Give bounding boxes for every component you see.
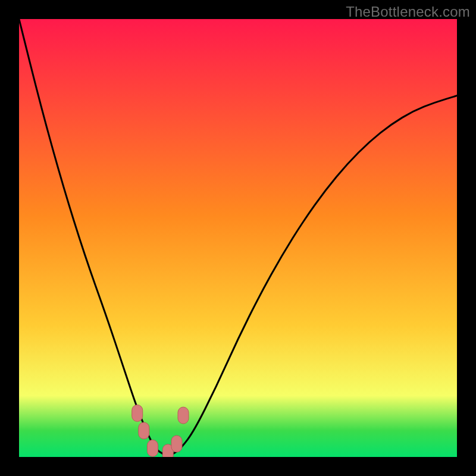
plot-area — [19, 19, 457, 457]
frame: TheBottleneck.com — [0, 0, 476, 476]
marker-left-shoulder-mid — [139, 422, 149, 439]
marker-left-shoulder-top — [132, 405, 143, 421]
marker-trough-left — [147, 440, 158, 456]
marker-right-shoulder-top — [178, 407, 189, 424]
watermark: TheBottleneck.com — [346, 4, 470, 20]
marker-right-shoulder-mid — [171, 436, 182, 452]
chart-svg — [19, 19, 457, 457]
gradient-background — [19, 19, 457, 457]
